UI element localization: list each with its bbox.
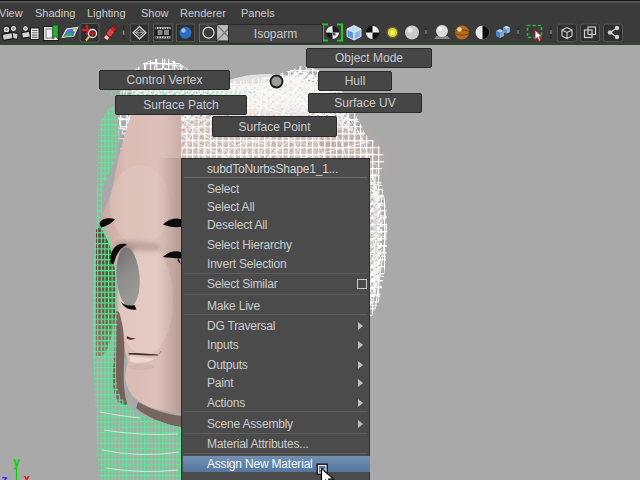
svg-text:y: y bbox=[13, 455, 20, 469]
svg-text:z: z bbox=[2, 473, 8, 480]
svg-text:x: x bbox=[24, 472, 31, 480]
